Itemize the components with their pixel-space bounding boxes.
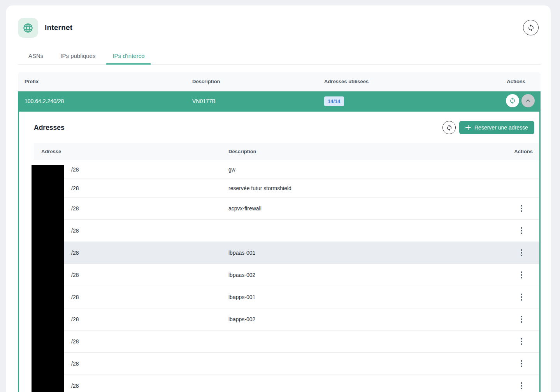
address-description: lbapps-002 [228,316,255,322]
addresses-table-header: Adresse Description Actions [34,143,539,160]
kebab-icon[interactable] [516,336,527,347]
addresses-refresh-icon[interactable] [442,121,456,134]
kebab-dots [521,385,522,387]
address-value: /28 [71,360,79,367]
column-header-addresses-used: Adresses utilisées [324,79,369,84]
kebab-dots [521,341,522,342]
address-description: lbapps-001 [228,294,255,300]
chevron-up-icon[interactable] [521,94,535,107]
column-header-address-description: Description [228,149,256,154]
address-value: /28 [71,228,79,234]
globe-icon [18,18,38,38]
address-value: /28 [71,205,79,212]
addresses-panel-title: Adresses [34,124,65,132]
tab-ips-publiques[interactable]: IPs publiques [54,47,102,64]
address-table-row[interactable]: /28 [34,220,539,242]
address-table-row[interactable]: /28lbapps-002 [34,308,539,331]
kebab-dots [521,230,522,231]
page-title: Internet [45,23,72,32]
address-value: /28 [71,316,79,322]
column-header-address: Adresse [41,149,61,154]
tab-bar: ASNs IPs publiques IPs d'interco [18,47,541,65]
address-description: gw [228,166,235,173]
kebab-icon[interactable] [516,380,527,391]
address-table-row[interactable]: /28 [34,375,539,392]
address-table-row[interactable]: /28lbapps-001 [34,286,539,308]
prefix-table-row[interactable]: 100.64.2.240/28 VN0177B 14/14 [18,91,541,112]
kebab-dots [521,208,522,209]
addresses-panel: Adresses Reserver une adresse Adresse De… [18,112,541,392]
row-refresh-icon[interactable] [506,94,519,107]
reserve-address-button[interactable]: Reserver une adresse [459,121,534,134]
addresses-table-body: /28gw/28reservée futur stormshield/28acp… [34,160,539,392]
kebab-icon[interactable] [516,225,527,236]
address-table-row[interactable]: /28reservée futur stormshield [34,179,539,198]
kebab-icon[interactable] [516,203,527,214]
kebab-dots [521,296,522,298]
kebab-icon[interactable] [516,270,527,280]
kebab-icon[interactable] [516,247,527,258]
column-header-address-actions: Actions [514,149,533,154]
prefix-value: 100.64.2.240/28 [25,98,64,104]
address-table-row[interactable]: /28 [34,353,539,375]
column-header-actions: Actions [507,79,525,84]
address-table-row[interactable]: /28 [34,331,539,353]
column-header-description: Description [192,79,220,84]
address-description: lbpaas-002 [228,272,255,278]
addresses-used-badge: 14/14 [324,96,344,106]
column-header-prefix: Prefix [25,79,39,84]
plus-icon [465,125,471,130]
prefix-table-header: Prefix Description Adresses utilisées Ac… [18,72,541,91]
address-table-row[interactable]: /28acpvx-firewall [34,198,539,220]
address-description: acpvx-firewall [228,205,262,212]
address-table-row[interactable]: /28lbpaas-002 [34,264,539,286]
address-value: /28 [71,383,79,389]
address-value: /28 [71,272,79,278]
internet-card: Internet ASNs IPs publiques IPs d'interc… [6,5,551,392]
kebab-dots [521,274,522,276]
kebab-dots [521,318,522,320]
address-table-row[interactable]: /28gw [34,160,539,179]
refresh-icon[interactable] [523,20,539,35]
kebab-icon[interactable] [516,358,527,369]
address-value: /28 [71,250,79,256]
kebab-icon[interactable] [516,314,527,325]
address-value: /28 [71,185,79,191]
address-description: reservée futur stormshield [228,185,291,191]
prefix-description: VN0177B [192,98,216,104]
address-value: /28 [71,294,79,300]
address-value: /28 [71,338,79,345]
kebab-dots [521,363,522,364]
tab-asns[interactable]: ASNs [22,47,50,64]
kebab-icon[interactable] [516,292,527,303]
tab-ips-interco[interactable]: IPs d'interco [106,47,151,64]
address-table-row[interactable]: /28lbpaas-001 [34,242,539,264]
reserve-address-label: Reserver une adresse [474,124,528,131]
address-value: /28 [71,166,79,173]
address-description: lbpaas-001 [228,250,255,256]
redaction-overlay [32,165,64,392]
kebab-dots [521,252,522,254]
